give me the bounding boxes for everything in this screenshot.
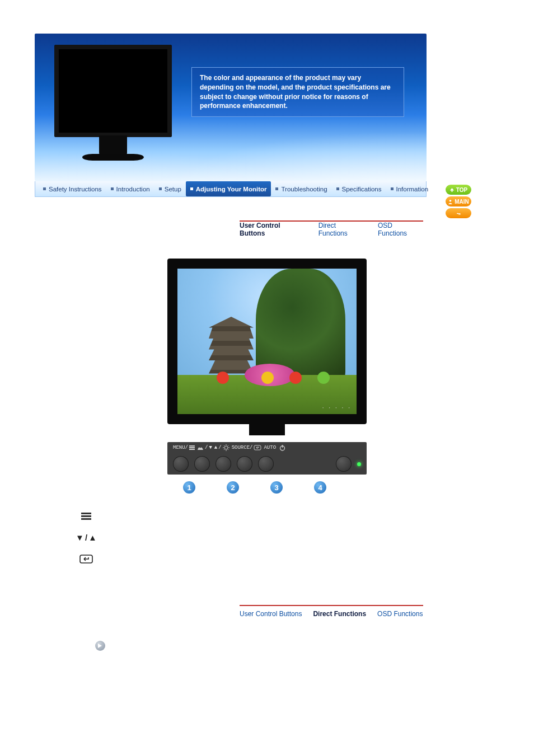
screen-mode-readout: · · · · · [322,406,351,411]
label-sep-1: / [205,445,208,450]
arrow-up-icon [449,187,455,192]
svg-point-4 [224,446,228,449]
nav-item-label: Troubleshooting [281,186,327,192]
svg-line-9 [224,445,224,446]
monitor-screen-illustration: · · · · · [177,269,357,414]
notice-box: The color and appearance of the product … [191,67,404,117]
label-menu: MENU/ [173,445,188,450]
button-strip-labels: MENU/ / ▼ ▲ / SOURCE/ AUTO [167,442,367,453]
svg-rect-18 [81,518,91,520]
source-enter-button[interactable] [237,456,252,472]
enter-icon [254,445,261,450]
nav-item-label: Introduction [116,186,150,192]
back-loop-icon [456,211,461,216]
tab-user-control-buttons[interactable]: User Control Buttons [240,610,302,618]
bullet-icon [43,187,46,190]
nav-item-safety-instructions[interactable]: Safety Instructions [39,181,106,196]
svg-rect-17 [81,515,91,517]
legend-icons: ▼/▲ [71,513,534,564]
svg-point-0 [449,199,452,201]
svg-rect-3 [189,449,195,450]
nav-item-troubleshooting[interactable]: Troubleshooting [271,181,331,196]
tab-osd-functions[interactable]: OSD Functions [377,610,423,618]
top-button[interactable]: TOP [446,185,471,195]
svg-rect-1 [189,445,195,447]
product-display: · · · · · MENU/ / ▼ ▲ / SOURCE/ AUTO [167,259,367,494]
down-up-triangles-icon: ▼/▲ [71,533,102,542]
label-sep-2: / [218,445,221,450]
svg-rect-2 [189,447,195,448]
tab-user-control-buttons[interactable]: User Control Buttons [240,222,307,237]
bullet-icon [159,187,162,190]
primary-nav: Safety InstructionsIntroductionSetupAdju… [35,181,427,197]
nav-item-label: Information [396,186,429,192]
marker-3: 3 [270,481,283,494]
bar-menu-icon [189,445,195,450]
magicbright-icon [197,445,204,450]
tab-direct-functions[interactable]: Direct Functions [313,610,366,618]
power-button[interactable] [336,456,352,472]
numbered-markers: 1 2 3 4 [183,481,367,494]
marker-1: 1 [183,481,195,494]
menu-button[interactable] [173,456,189,472]
back-button[interactable] [446,208,471,218]
nav-item-label: Specifications [342,186,382,192]
bullet-icon [275,187,278,190]
marker-4: 4 [314,481,326,494]
nav-item-label: Adjusting Your Monitor [196,186,267,192]
monitor-button-strip: MENU/ / ▼ ▲ / SOURCE/ AUTO [167,442,367,475]
hero-monitor-illustration [54,45,172,161]
nav-item-specifications[interactable]: Specifications [332,181,386,196]
svg-line-10 [228,449,228,450]
bullet-icon [190,187,193,190]
power-icon [279,445,285,451]
bullet-icon [336,187,339,190]
svg-rect-16 [81,513,91,514]
section-tabs-direct-functions: User Control ButtonsDirect FunctionsOSD … [240,605,423,622]
nav-item-information[interactable]: Information [386,181,433,196]
power-led-icon [357,462,361,466]
auto-button[interactable] [258,456,274,472]
up-brightness-button[interactable] [216,456,231,472]
label-source: SOURCE/ [232,445,253,450]
tab-direct-functions[interactable]: Direct Functions [318,222,367,237]
side-quicklinks: TOP MAIN [446,185,471,218]
play-dot-icon [95,641,105,651]
svg-line-12 [224,449,224,450]
tab-osd-functions[interactable]: OSD Functions [378,222,423,237]
down-magicbright-button[interactable] [194,456,210,472]
nav-item-introduction[interactable]: Introduction [106,181,154,196]
triangle-up-icon: ▲ [214,445,217,450]
bullet-icon [391,187,394,190]
label-auto: AUTO [264,445,276,450]
nav-item-label: Setup [165,186,181,192]
main-button-label: MAIN [455,199,469,205]
sun-icon [223,444,229,451]
nav-item-label: Safety Instructions [49,186,102,192]
bullet-icon [111,187,114,190]
main-button[interactable]: MAIN [446,196,471,206]
section-tabs-user-controls: User Control ButtonsDirect FunctionsOSD … [240,220,423,237]
top-button-label: TOP [456,187,467,193]
hero-banner: The color and appearance of the product … [35,34,427,181]
person-icon [448,199,453,204]
marker-2: 2 [227,481,239,494]
nav-item-setup[interactable]: Setup [154,181,186,196]
triangle-down-icon: ▼ [209,445,212,450]
bar-menu-icon [71,513,102,520]
svg-line-11 [228,445,228,446]
enter-icon [71,555,102,564]
nav-item-adjusting-your-monitor[interactable]: Adjusting Your Monitor [186,181,271,196]
notice-text: The color and appearance of the product … [200,74,391,110]
